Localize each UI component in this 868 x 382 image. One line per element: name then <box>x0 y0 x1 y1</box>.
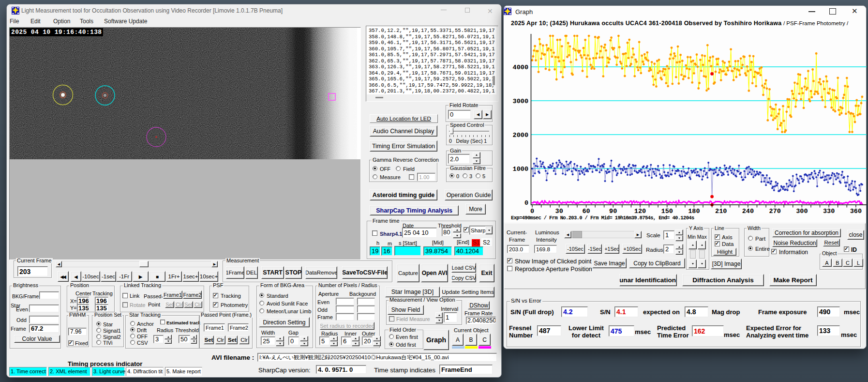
svg-text:60: 60 <box>582 208 590 215</box>
svg-text:180: 180 <box>688 208 700 215</box>
svg-text:0: 0 <box>530 208 534 215</box>
svg-text:0: 0 <box>524 199 528 207</box>
svg-text:1000: 1000 <box>513 166 528 173</box>
svg-text:210: 210 <box>715 208 727 215</box>
svg-text:150: 150 <box>661 208 673 215</box>
svg-text:3000: 3000 <box>513 98 528 105</box>
svg-text:4000: 4000 <box>513 64 528 71</box>
svg-text:270: 270 <box>769 208 781 215</box>
svg-text:30: 30 <box>555 208 563 215</box>
svg-text:240: 240 <box>742 208 754 215</box>
svg-text:2000: 2000 <box>513 132 528 139</box>
svg-text:120: 120 <box>634 208 646 215</box>
svg-text:330: 330 <box>823 208 835 215</box>
svg-text:360: 360 <box>850 208 862 215</box>
svg-text:300: 300 <box>796 208 808 215</box>
svg-text:90: 90 <box>609 208 617 215</box>
